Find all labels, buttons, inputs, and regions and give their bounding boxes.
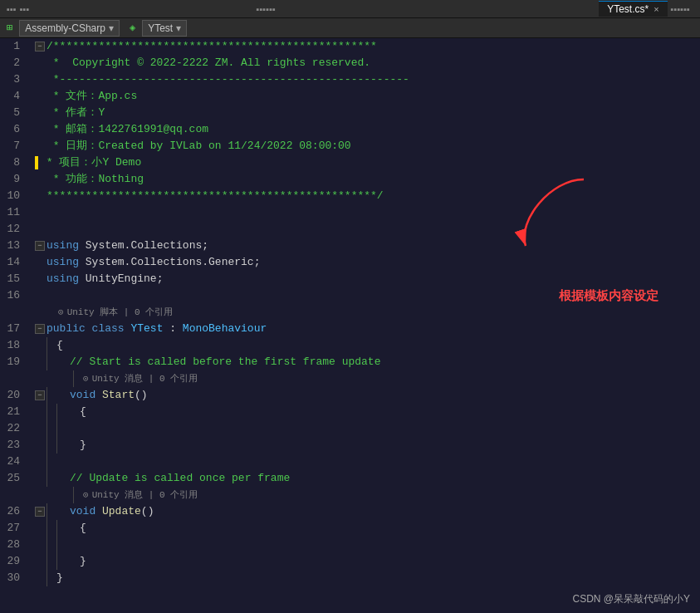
assembly-chevron: ▾ <box>109 22 114 34</box>
ln-5: 5 <box>0 105 25 121</box>
ln-24: 24 <box>0 454 25 470</box>
ln-25: 25 <box>0 470 25 487</box>
collapse-20[interactable]: − <box>35 390 45 400</box>
code-text-5: * 作者：Y <box>47 105 105 121</box>
ln-23: 23 <box>0 437 25 454</box>
code-line-23: } <box>35 437 700 454</box>
ln-14: 14 <box>0 254 25 271</box>
code-text-15-kw: using <box>47 271 79 287</box>
ln-19: 19 <box>0 354 25 370</box>
line-numbers: 1 2 3 4 5 6 7 8 9 10 11 12 13 14 15 16 ·… <box>0 38 32 613</box>
code-26-void: void <box>70 503 102 520</box>
hint-unity-icon-2: ⊙ <box>83 370 89 387</box>
ln-9: 9 <box>0 171 25 188</box>
ln-8: 8 <box>0 154 25 171</box>
code-line-20: − void Start () <box>35 387 700 404</box>
code-17-parent: MonoBehaviour <box>183 321 267 337</box>
ln-hint3: · <box>0 487 25 503</box>
code-text-10: ****************************************… <box>47 188 384 204</box>
code-line-29: } <box>35 553 700 570</box>
ln-7: 7 <box>0 138 25 154</box>
ln-1: 1 <box>0 38 25 55</box>
code-line-7: * 日期：Created by IVLab on 11/24/2022 08:0… <box>35 138 700 154</box>
assembly-icon: ⊞ <box>7 22 12 34</box>
code-20-void: void <box>70 387 102 404</box>
active-tab[interactable]: YTest.cs* × <box>599 1 667 17</box>
code-line-17: − public class YTest : MonoBehaviour <box>35 321 700 337</box>
code-line-18: { <box>35 337 700 354</box>
ln-2: 2 <box>0 55 25 71</box>
yellow-marker <box>35 156 38 169</box>
collapse-26[interactable]: − <box>35 507 45 517</box>
code-line-15: using UnityEngine; <box>35 271 700 287</box>
title-segment-1: ▪▪▪ <box>7 4 17 14</box>
ln-12: 12 <box>0 221 25 238</box>
code-line-16 <box>35 287 700 304</box>
hint-unity-text-1: Unity 脚本 | 0 个引用 <box>67 304 174 321</box>
code-text-13: System.Collections; <box>79 238 208 254</box>
code-30-brace: } <box>56 570 63 586</box>
ln-16: 16 <box>0 287 25 304</box>
code-line-10: ****************************************… <box>35 188 700 204</box>
ln-29: 29 <box>0 553 25 570</box>
title-segment-2: ▪▪▪ <box>20 4 30 14</box>
code-line-25: // Update is called once per frame <box>35 470 700 487</box>
code-line-5: * 作者：Y <box>35 105 700 121</box>
code-text-15: UnityEngine; <box>79 271 163 287</box>
ln-hint1: · <box>0 304 25 321</box>
ytest-icon: ◈ <box>130 22 135 34</box>
ytest-dropdown[interactable]: YTest ▾ <box>142 20 187 37</box>
collapse-13[interactable]: − <box>35 241 45 251</box>
code-text-6: * 邮箱：1422761991@qq.com <box>47 121 208 138</box>
code-18-brace: { <box>56 337 63 354</box>
code-line-13: − using System.Collections; <box>35 238 700 254</box>
code-line-9: * 功能：Nothing <box>35 171 700 188</box>
code-content[interactable]: − /*************************************… <box>32 38 700 613</box>
ytest-label: YTest <box>148 22 173 34</box>
code-23-brace: } <box>80 437 86 454</box>
hint-unity-text-2: Unity 消息 | 0 个引用 <box>92 370 198 387</box>
ln-17: 17 <box>0 321 25 337</box>
code-text-7: * 日期：Created by IVLab on 11/24/2022 08:0… <box>47 138 351 154</box>
ln-22: 22 <box>0 420 25 437</box>
code-line-30: } <box>35 570 700 586</box>
code-line-12 <box>35 221 700 238</box>
code-25-comment: // Update is called once per frame <box>70 470 290 487</box>
assembly-dropdown[interactable]: Assembly-CSharp ▾ <box>19 20 120 37</box>
ln-hint2: · <box>0 370 25 387</box>
ln-27: 27 <box>0 520 25 537</box>
ln-18: 18 <box>0 337 25 354</box>
ln-26: 26 <box>0 503 25 520</box>
ln-20: 20 <box>0 387 25 404</box>
code-17-class: YTest <box>130 321 163 337</box>
code-line-21: { <box>35 404 700 420</box>
title-segment-right: ▪▪▪▪▪▪ <box>671 4 690 14</box>
code-19-comment: // Start is called before the first fram… <box>70 354 380 370</box>
code-line-1: − /*************************************… <box>35 38 700 55</box>
code-26-parens: () <box>141 503 154 520</box>
code-21-brace: { <box>80 404 86 420</box>
hint-unity-icon-1: ⊙ <box>58 304 64 321</box>
assembly-label: Assembly-CSharp <box>25 22 105 34</box>
code-line-27: { <box>35 520 700 537</box>
ln-21: 21 <box>0 404 25 420</box>
code-text-2: * Copyright © 2022-2222 ZM. All rights r… <box>47 55 370 71</box>
code-text-3: *---------------------------------------… <box>47 71 409 88</box>
code-text-4: * 文件：App.cs <box>47 88 137 105</box>
collapse-17[interactable]: − <box>35 324 45 334</box>
code-line-19: // Start is called before the first fram… <box>35 354 700 370</box>
code-line-24 <box>35 454 700 470</box>
code-line-4: * 文件：App.cs <box>35 88 700 105</box>
code-20-start: Start <box>102 387 135 404</box>
ln-6: 6 <box>0 121 25 138</box>
ln-15: 15 <box>0 271 25 287</box>
ln-30: 30 <box>0 570 25 586</box>
collapse-1[interactable]: − <box>35 42 45 51</box>
code-text-14-kw: using <box>47 254 79 271</box>
tab-close-button[interactable]: × <box>653 4 658 14</box>
code-line-8: * 项目：小Y Demo <box>35 154 700 171</box>
code-29-brace: } <box>80 553 86 570</box>
code-area: 1 2 3 4 5 6 7 8 9 10 11 12 13 14 15 16 ·… <box>0 38 700 613</box>
code-20-parens: () <box>135 387 148 404</box>
code-line-6: * 邮箱：1422761991@qq.com <box>35 121 700 138</box>
